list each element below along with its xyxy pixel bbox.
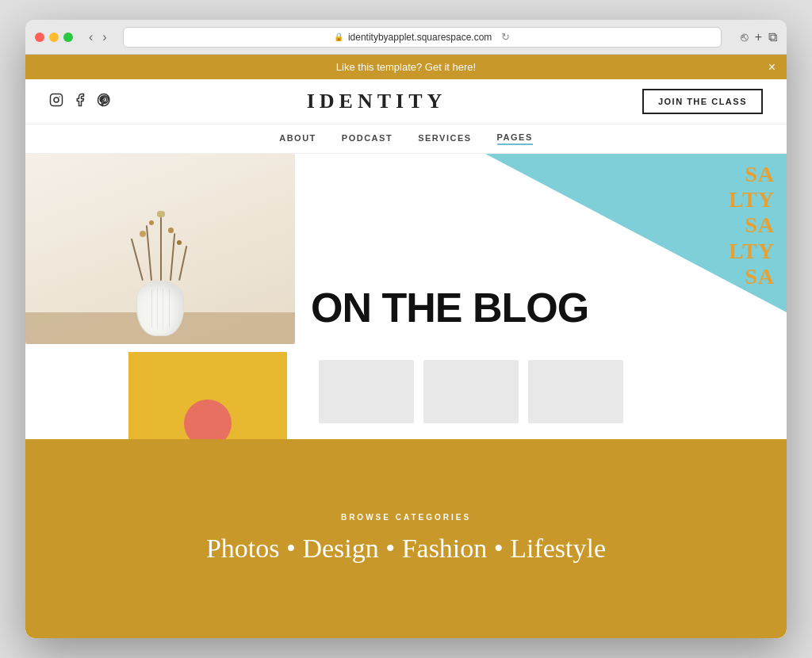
svg-point-2 (59, 96, 60, 98)
browser-actions: ⎋ + ⧉ (741, 30, 777, 44)
minimize-window-button[interactable] (49, 33, 59, 42)
maximize-window-button[interactable] (63, 33, 73, 42)
blog-card-4[interactable] (528, 360, 623, 423)
site-header: IDENTITY JOIN THE CLASS (25, 79, 787, 124)
nav-item-podcast[interactable]: PODCAST (342, 133, 393, 144)
browser-window: ‹ › 🔒 identitybyapplet.squarespace.com ↻… (25, 20, 787, 638)
url-text: identitybyapplet.squarespace.com (348, 32, 492, 43)
new-tab-button[interactable]: + (755, 30, 762, 44)
close-window-button[interactable] (35, 33, 44, 42)
nav-item-pages[interactable]: PAGES (497, 132, 533, 145)
website-content: Like this template? Get it here! × (25, 55, 787, 638)
browser-chrome: ‹ › 🔒 identitybyapplet.squarespace.com ↻… (25, 20, 787, 55)
hero-section: SA LTY SA LTY SA ON THE BLOG (25, 154, 787, 344)
nav-item-about[interactable]: ABOUT (279, 133, 316, 144)
forward-button[interactable]: › (99, 29, 109, 46)
blog-card-list (287, 344, 787, 439)
browser-controls: ‹ › (86, 29, 110, 46)
lock-icon: 🔒 (334, 33, 343, 41)
browse-categories-label: BROWSE CATEGORIES (341, 513, 471, 522)
blog-card-3[interactable] (423, 360, 519, 423)
content-area (25, 344, 787, 439)
pinterest-icon[interactable] (97, 93, 111, 110)
traffic-lights (35, 33, 73, 42)
windows-button[interactable]: ⧉ (768, 30, 777, 44)
blog-card-1[interactable] (128, 352, 287, 439)
social-icons (49, 93, 111, 110)
categories-text[interactable]: Photos • Design • Fashion • Lifestyle (206, 533, 606, 565)
join-button[interactable]: JOIN THE CLASS (642, 89, 763, 114)
instagram-icon[interactable] (49, 93, 63, 110)
announcement-banner: Like this template? Get it here! × (25, 55, 787, 79)
hero-left-image (25, 154, 295, 344)
blog-title: ON THE BLOG (311, 287, 588, 328)
back-button[interactable]: ‹ (86, 29, 96, 46)
share-button[interactable]: ⎋ (741, 30, 749, 44)
banner-close-button[interactable]: × (768, 60, 776, 75)
address-bar[interactable]: 🔒 identitybyapplet.squarespace.com ↻ (123, 27, 722, 48)
facebook-icon[interactable] (73, 93, 87, 110)
svg-rect-0 (51, 94, 63, 106)
reload-icon[interactable]: ↻ (501, 31, 510, 43)
hero-right-image: SA LTY SA LTY SA ON THE BLOG (295, 154, 787, 344)
site-logo[interactable]: IDENTITY (307, 90, 447, 113)
svg-point-1 (54, 98, 59, 102)
vase-image (25, 154, 295, 344)
nav-item-services[interactable]: SERVICES (418, 133, 471, 144)
categories-section: BROWSE CATEGORIES Photos • Design • Fash… (25, 439, 787, 638)
site-nav: ABOUT PODCAST SERVICES PAGES (25, 124, 787, 154)
banner-text: Like this template? Get it here! (336, 61, 476, 73)
blog-card-2[interactable] (319, 360, 414, 423)
